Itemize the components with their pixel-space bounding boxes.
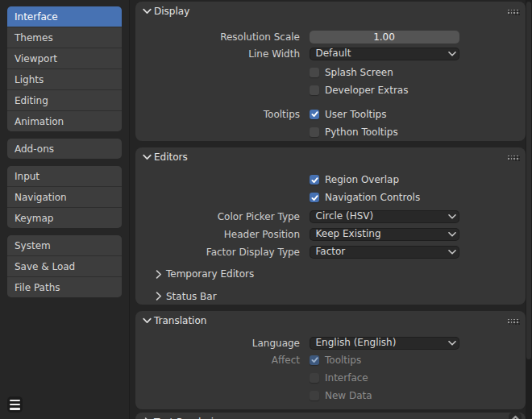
sidebar-tab-file-paths[interactable]: File Paths <box>7 277 122 297</box>
sidebar-tab-label: Animation <box>15 116 64 127</box>
grip-dots-icon[interactable] <box>507 154 521 162</box>
panel-display: DisplayResolution Scale1.00Line WidthDef… <box>135 2 526 141</box>
sidebar-tab-lights[interactable]: Lights <box>7 69 122 89</box>
select-value: Keep Existing <box>316 228 381 239</box>
panel-header-editors[interactable]: Editors <box>135 147 526 167</box>
sidebar-tab-group: SystemSave & LoadFile Paths <box>7 235 122 297</box>
checkbox-label: Developer Extras <box>325 81 408 99</box>
grip-dots-icon[interactable] <box>507 317 521 326</box>
grip-dots-icon[interactable] <box>507 8 521 16</box>
panel-title: Text Rendering <box>154 413 226 419</box>
sidebar-tab-label: Viewport <box>15 53 57 64</box>
select-value: English (English) <box>316 337 397 348</box>
factor-display-type-select[interactable]: Factor <box>310 246 459 259</box>
checkbox-label: Interface <box>325 369 368 387</box>
developer-extras-checkbox[interactable] <box>310 85 319 95</box>
row-factor-display-type: Factor Display TypeFactor <box>135 243 526 261</box>
sidebar-tab-group: Add-ons <box>7 139 122 159</box>
chevron-down-icon <box>143 317 152 324</box>
sidebar-tab-viewport[interactable]: Viewport <box>7 48 122 68</box>
sidebar-tab-save-load[interactable]: Save & Load <box>7 256 122 276</box>
select-value: Factor <box>316 246 346 257</box>
subpanel-header-status-bar[interactable]: Status Bar <box>135 287 526 306</box>
select-value: Default <box>316 48 351 59</box>
chevron-right-icon <box>156 270 162 279</box>
row-tooltips: AffectTooltips <box>135 351 526 369</box>
region-overlap-checkbox[interactable] <box>310 175 319 185</box>
row-navigation-controls: Navigation Controls <box>135 189 526 206</box>
navigation-controls-checkbox[interactable] <box>310 193 319 202</box>
python-tooltips-checkbox[interactable] <box>310 127 319 137</box>
chevron-down-icon <box>448 214 456 219</box>
sidebar-tab-label: Lights <box>15 74 44 85</box>
sidebar-tab-editing[interactable]: Editing <box>7 90 122 110</box>
row-user-tooltips: TooltipsUser Tooltips <box>135 106 526 123</box>
sidebar-tab-input[interactable]: Input <box>7 166 122 186</box>
row-resolution-scale: Resolution Scale1.00 <box>135 28 526 46</box>
sidebar-tab-interface[interactable]: Interface <box>7 6 122 27</box>
color-picker-type-select[interactable]: Circle (HSV) <box>310 210 459 223</box>
sidebar-tab-label: Editing <box>15 95 48 106</box>
row-header-position: Header PositionKeep Existing <box>135 226 526 243</box>
checkbox-label: New Data <box>325 387 372 404</box>
sidebar-tab-label: Interface <box>15 11 58 23</box>
panel-text-rendering: Text Rendering <box>135 413 526 419</box>
panel-title: Display <box>154 2 189 21</box>
user-tooltips-checkbox[interactable] <box>310 110 319 119</box>
panel-header-text-rendering[interactable]: Text Rendering <box>135 413 526 419</box>
row-color-picker-type: Color Picker TypeCircle (HSV) <box>135 208 526 226</box>
sidebar-tab-group: InterfaceThemesViewportLightsEditingAnim… <box>7 6 122 131</box>
language-select[interactable]: English (English) <box>310 337 459 350</box>
line-width-select[interactable]: Default <box>310 48 459 60</box>
sidebar-tab-keymap[interactable]: Keymap <box>7 208 122 228</box>
row-splash-screen: Splash Screen <box>135 64 526 81</box>
panel-title: Translation <box>154 311 206 330</box>
row-interface: Interface <box>135 369 526 387</box>
scrollbar-track[interactable] <box>526 0 532 419</box>
chevron-down-icon <box>448 52 456 56</box>
field-label: Factor Display Type <box>135 243 300 261</box>
field-label: Resolution Scale <box>135 28 300 46</box>
resolution-scale-field[interactable]: 1.00 <box>310 31 459 44</box>
panel-header-translation[interactable]: Translation <box>135 311 526 330</box>
sidebar-tab-animation[interactable]: Animation <box>7 111 122 131</box>
checkbox-label: Navigation Controls <box>325 189 420 206</box>
sidebar-tab-navigation[interactable]: Navigation <box>7 187 122 207</box>
tooltips-checkbox <box>310 355 319 365</box>
sidebar-tab-themes[interactable]: Themes <box>7 27 122 48</box>
checkmark-icon <box>310 193 319 202</box>
sidebar-tab-label: Input <box>15 171 39 182</box>
sidebar-tab-system[interactable]: System <box>7 235 122 255</box>
preferences-menu-button[interactable] <box>7 396 23 413</box>
row-new-data: New Data <box>135 387 526 404</box>
checkmark-icon <box>310 176 319 185</box>
sidebar-tab-label: Save & Load <box>15 261 75 272</box>
sidebar-tab-label: Themes <box>15 32 53 44</box>
checkbox-label: Python Tooltips <box>325 123 398 141</box>
new-data-checkbox <box>310 391 319 400</box>
sidebar-tab-add-ons[interactable]: Add-ons <box>7 139 122 159</box>
header-position-select[interactable]: Keep Existing <box>310 228 459 241</box>
splash-screen-checkbox[interactable] <box>310 68 319 77</box>
show-hidden-region-button[interactable] <box>509 413 522 419</box>
field-label: Tooltips <box>135 106 300 123</box>
checkbox-label: Tooltips <box>325 351 361 369</box>
sidebar-tab-label: File Paths <box>15 282 60 293</box>
subpanel-title: Temporary Editors <box>166 264 254 284</box>
scrollbar-thumb[interactable] <box>526 2 531 359</box>
field-label: Header Position <box>135 226 300 243</box>
checkbox-label: Region Overlap <box>325 171 399 189</box>
preferences-sidebar: InterfaceThemesViewportLightsEditingAnim… <box>0 0 130 419</box>
chevron-down-icon <box>448 232 456 237</box>
chevron-down-icon <box>143 154 152 160</box>
panel-header-display[interactable]: Display <box>135 2 526 21</box>
chevron-down-icon <box>448 250 456 255</box>
checkmark-icon <box>310 355 319 364</box>
sidebar-tab-label: Add-ons <box>15 143 54 155</box>
subpanel-header-temporary-editors[interactable]: Temporary Editors <box>135 264 526 284</box>
row-developer-extras: Developer Extras <box>135 81 526 99</box>
blender-preferences-window: InterfaceThemesViewportLightsEditingAnim… <box>0 0 532 419</box>
panel-editors: EditorsRegion OverlapNavigation Controls… <box>135 147 526 305</box>
row-region-overlap: Region Overlap <box>135 171 526 189</box>
field-label: Line Width <box>135 45 300 63</box>
